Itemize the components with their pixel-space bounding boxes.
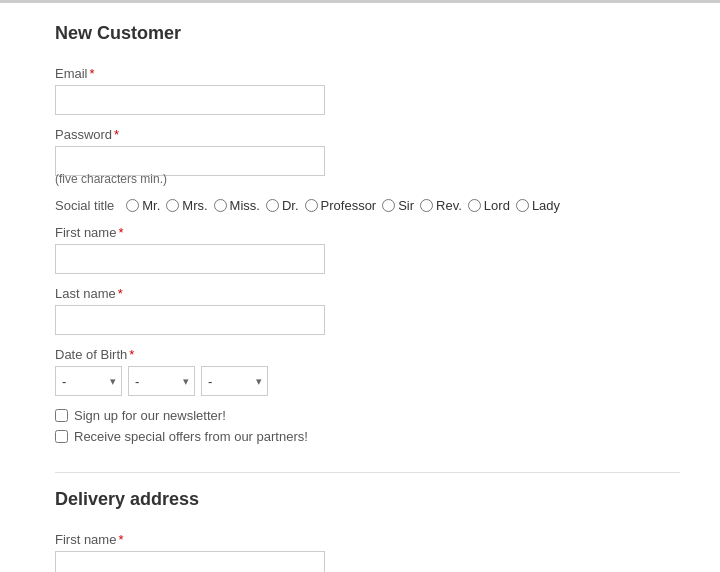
first-name-input[interactable] — [55, 244, 325, 274]
radio-mrs-input[interactable] — [166, 199, 179, 212]
delivery-address-title: Delivery address — [55, 489, 680, 516]
password-group: Password* (five characters min.) — [55, 127, 680, 186]
radio-rev-input[interactable] — [420, 199, 433, 212]
newsletter-label: Sign up for our newsletter! — [74, 408, 226, 423]
social-title-label: Social title — [55, 198, 114, 213]
radio-lady-input[interactable] — [516, 199, 529, 212]
delivery-first-name-label: First name* — [55, 532, 680, 547]
radio-lord-input[interactable] — [468, 199, 481, 212]
radio-dr-label: Dr. — [282, 198, 299, 213]
dob-month-wrapper: - — [128, 366, 195, 396]
new-customer-title: New Customer — [55, 23, 680, 50]
checkboxes-group: Sign up for our newsletter! Receive spec… — [55, 408, 680, 444]
radio-professor-input[interactable] — [305, 199, 318, 212]
first-name-group: First name* — [55, 225, 680, 274]
new-customer-section: New Customer Email* Password* (five char… — [55, 23, 680, 444]
radio-lady[interactable]: Lady — [516, 198, 560, 213]
dob-day-select[interactable]: - — [56, 367, 121, 395]
newsletter-checkbox[interactable] — [55, 409, 68, 422]
radio-mr-input[interactable] — [126, 199, 139, 212]
radio-sir[interactable]: Sir — [382, 198, 414, 213]
last-name-label: Last name* — [55, 286, 680, 301]
newsletter-group: Sign up for our newsletter! — [55, 408, 680, 423]
radio-mr[interactable]: Mr. — [126, 198, 160, 213]
password-hint: (five characters min.) — [55, 172, 680, 186]
dob-group: Date of Birth* - - - — [55, 347, 680, 396]
delivery-address-section: Delivery address First name* Last name* — [55, 472, 680, 572]
dob-month-select[interactable]: - — [129, 367, 194, 395]
partners-group: Receive special offers from our partners… — [55, 429, 680, 444]
dob-year-select[interactable]: - — [202, 367, 267, 395]
radio-sir-label: Sir — [398, 198, 414, 213]
radio-dr-input[interactable] — [266, 199, 279, 212]
dob-label: Date of Birth* — [55, 347, 680, 362]
radio-rev-label: Rev. — [436, 198, 462, 213]
delivery-first-name-input[interactable] — [55, 551, 325, 572]
last-name-group: Last name* — [55, 286, 680, 335]
dob-day-wrapper: - — [55, 366, 122, 396]
radio-lord-label: Lord — [484, 198, 510, 213]
email-input[interactable] — [55, 85, 325, 115]
last-name-input[interactable] — [55, 305, 325, 335]
first-name-label: First name* — [55, 225, 680, 240]
partners-label: Receive special offers from our partners… — [74, 429, 308, 444]
radio-miss-input[interactable] — [214, 199, 227, 212]
radio-professor[interactable]: Professor — [305, 198, 377, 213]
radio-mr-label: Mr. — [142, 198, 160, 213]
email-label: Email* — [55, 66, 680, 81]
page-wrapper: New Customer Email* Password* (five char… — [0, 0, 720, 572]
radio-miss[interactable]: Miss. — [214, 198, 260, 213]
email-group: Email* — [55, 66, 680, 115]
radio-lady-label: Lady — [532, 198, 560, 213]
radio-dr[interactable]: Dr. — [266, 198, 299, 213]
password-label: Password* — [55, 127, 680, 142]
social-title-row: Social title Mr. Mrs. Miss. Dr. Professo… — [55, 198, 680, 213]
radio-rev[interactable]: Rev. — [420, 198, 462, 213]
radio-miss-label: Miss. — [230, 198, 260, 213]
delivery-first-name-group: First name* — [55, 532, 680, 572]
partners-checkbox[interactable] — [55, 430, 68, 443]
radio-sir-input[interactable] — [382, 199, 395, 212]
radio-lord[interactable]: Lord — [468, 198, 510, 213]
radio-professor-label: Professor — [321, 198, 377, 213]
radio-mrs-label: Mrs. — [182, 198, 207, 213]
dob-year-wrapper: - — [201, 366, 268, 396]
radio-mrs[interactable]: Mrs. — [166, 198, 207, 213]
dob-row: - - - — [55, 366, 680, 396]
